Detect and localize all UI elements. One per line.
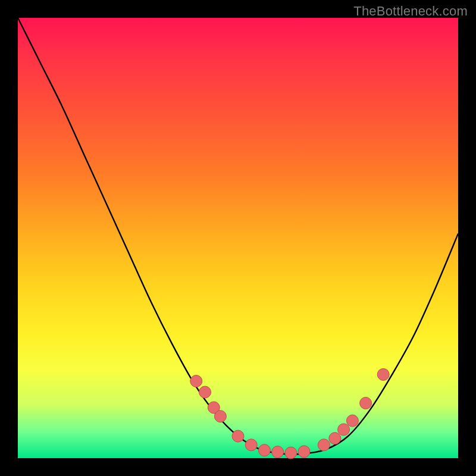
data-dot xyxy=(329,433,341,444)
data-dot xyxy=(346,415,358,427)
data-dot xyxy=(298,446,310,458)
data-dots-group xyxy=(190,368,390,459)
data-dot xyxy=(377,368,389,380)
data-dot xyxy=(190,375,202,387)
data-dot xyxy=(360,397,372,409)
data-dot xyxy=(232,430,244,442)
data-dot xyxy=(258,444,270,456)
curve-layer xyxy=(18,18,458,458)
data-dot xyxy=(199,386,211,398)
plot-area xyxy=(18,18,458,458)
data-dot xyxy=(285,447,297,459)
data-dot xyxy=(214,411,226,422)
data-dot xyxy=(272,446,284,458)
data-dot xyxy=(338,424,350,436)
watermark-text: TheBottleneck.com xyxy=(353,4,468,19)
data-dot xyxy=(318,439,330,451)
bottleneck-curve xyxy=(18,18,458,455)
chart-frame: TheBottleneck.com xyxy=(0,0,476,476)
data-dot xyxy=(245,439,257,451)
